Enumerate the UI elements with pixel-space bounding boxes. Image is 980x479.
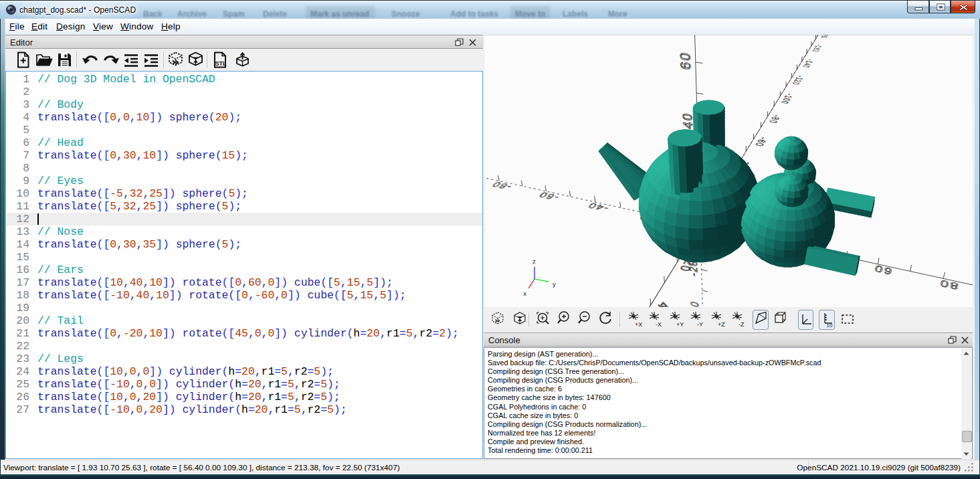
svg-text:60: 60 [677, 50, 693, 71]
svg-text:STL: STL [215, 60, 227, 67]
svg-text:-40: -40 [688, 300, 700, 307]
svg-text:-160: -160 [810, 44, 824, 53]
svg-text:+Y: +Y [676, 321, 684, 328]
svg-text:-180: -180 [819, 35, 831, 38]
svg-text:+Z: +Z [718, 321, 725, 328]
svg-text:60: 60 [872, 263, 893, 277]
svg-text:z: z [532, 258, 536, 265]
svg-text:-40: -40 [585, 201, 611, 213]
svg-text:-Y: -Y [697, 321, 703, 328]
svg-text:-140: -140 [801, 59, 815, 68]
svg-text:-60: -60 [536, 191, 561, 202]
svg-text:x: x [523, 290, 526, 297]
svg-text:-120: -120 [791, 75, 805, 86]
svg-text:-Z: -Z [739, 321, 745, 328]
svg-text:80: 80 [938, 278, 959, 292]
svg-text:-80: -80 [767, 114, 783, 124]
svg-text:10: 10 [827, 322, 833, 328]
svg-text:y: y [553, 280, 556, 288]
svg-text:-60: -60 [753, 136, 769, 148]
svg-text:+X: +X [635, 321, 642, 328]
svg-text:-80: -80 [489, 180, 514, 191]
svg-text:40: 40 [680, 111, 695, 130]
svg-text:-X: -X [656, 321, 662, 328]
svg-text:-100: -100 [779, 93, 795, 105]
